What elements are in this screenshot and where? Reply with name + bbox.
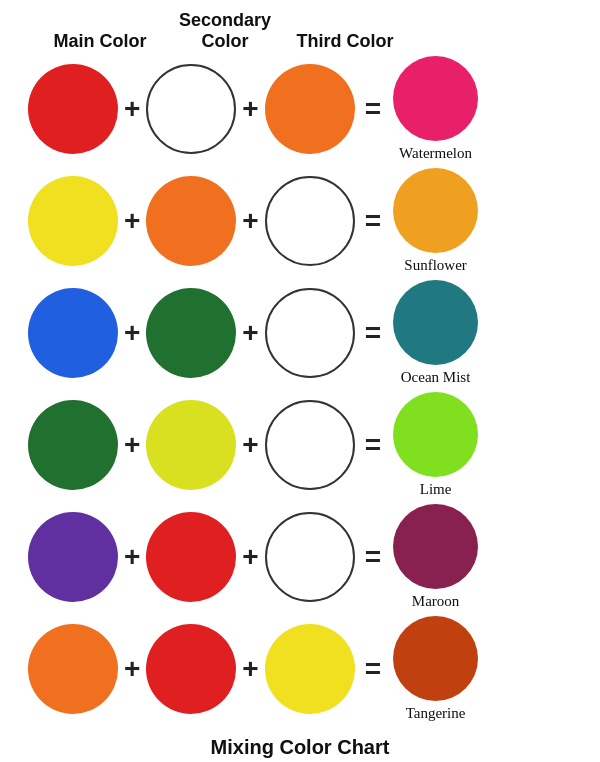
result-label-4: Lime [420,481,452,498]
result-label-6: Tangerine [406,705,466,722]
equals-operator-row1: = [365,93,381,125]
plus-operator-2-row4: + [242,429,258,461]
equals-operator-row2: = [365,205,381,237]
plus-operator-2-row2: + [242,205,258,237]
result-label-2: Sunflower [404,257,467,274]
third-circle-2 [265,176,355,266]
column-headers: Main Color Secondary Color Third Color [30,10,570,52]
third-circle-1 [265,64,355,154]
plus-operator-2-row1: + [242,93,258,125]
rows-container: ++=Watermelon++=Sunflower++=Ocean Mist++… [0,56,600,728]
main-circle-5 [28,512,118,602]
secondary-circle-4 [146,400,236,490]
mix-row-3: ++=Ocean Mist [20,280,580,386]
result-label-3: Ocean Mist [401,369,471,386]
header-third: Third Color [290,31,400,52]
plus-operator-1-row4: + [124,429,140,461]
third-circle-3 [265,288,355,378]
equals-operator-row4: = [365,429,381,461]
secondary-circle-1 [146,64,236,154]
result-circle-5 [393,504,478,589]
result-block-3: Ocean Mist [393,280,478,386]
result-block-2: Sunflower [393,168,478,274]
secondary-circle-5 [146,512,236,602]
result-block-5: Maroon [393,504,478,610]
main-circle-1 [28,64,118,154]
header-main: Main Color [40,31,160,52]
third-circle-5 [265,512,355,602]
equals-operator-row3: = [365,317,381,349]
result-circle-1 [393,56,478,141]
result-circle-4 [393,392,478,477]
result-circle-6 [393,616,478,701]
mix-row-5: ++=Maroon [20,504,580,610]
main-container: Main Color Secondary Color Third Color +… [0,0,600,762]
chart-title: Mixing Color Chart [211,736,390,759]
mix-row-6: ++=Tangerine [20,616,580,722]
main-circle-4 [28,400,118,490]
result-block-6: Tangerine [393,616,478,722]
plus-operator-2-row5: + [242,541,258,573]
main-circle-3 [28,288,118,378]
main-circle-2 [28,176,118,266]
result-label-1: Watermelon [399,145,472,162]
secondary-circle-2 [146,176,236,266]
result-label-5: Maroon [412,593,460,610]
mix-row-2: ++=Sunflower [20,168,580,274]
result-block-4: Lime [393,392,478,498]
plus-operator-1-row3: + [124,317,140,349]
secondary-circle-6 [146,624,236,714]
result-block-1: Watermelon [393,56,478,162]
mix-row-1: ++=Watermelon [20,56,580,162]
plus-operator-1-row1: + [124,93,140,125]
result-circle-3 [393,280,478,365]
plus-operator-2-row6: + [242,653,258,685]
third-circle-6 [265,624,355,714]
secondary-circle-3 [146,288,236,378]
plus-operator-1-row6: + [124,653,140,685]
plus-operator-1-row2: + [124,205,140,237]
equals-operator-row5: = [365,541,381,573]
main-circle-6 [28,624,118,714]
result-circle-2 [393,168,478,253]
equals-operator-row6: = [365,653,381,685]
third-circle-4 [265,400,355,490]
plus-operator-2-row3: + [242,317,258,349]
mix-row-4: ++=Lime [20,392,580,498]
header-secondary: Secondary Color [170,10,280,52]
plus-operator-1-row5: + [124,541,140,573]
